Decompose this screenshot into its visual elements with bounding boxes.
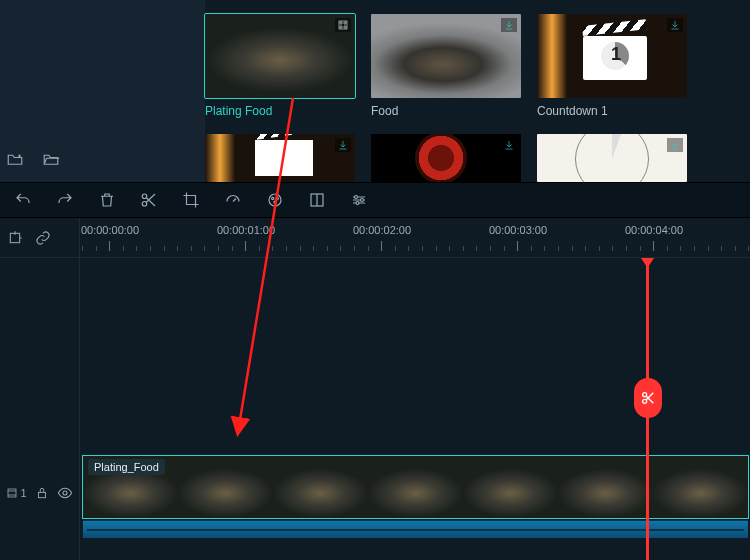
timeline-header: 00:00:00:00 00:00:01:00 00:00:02:00 00:0…: [0, 218, 750, 258]
color-icon[interactable]: [266, 191, 284, 209]
film-icon: [335, 18, 351, 32]
track-number: 1: [20, 487, 26, 499]
svg-rect-13: [38, 492, 45, 497]
lock-icon[interactable]: [35, 486, 49, 500]
folder-open-icon[interactable]: [42, 150, 60, 168]
clip-thumbnail[interactable]: [205, 134, 355, 182]
undo-icon[interactable]: [14, 191, 32, 209]
clip-thumbnail[interactable]: 1: [537, 14, 687, 98]
download-icon[interactable]: [667, 18, 683, 32]
library-clip-grid: Plating Food Food 1 Countdown 1: [205, 0, 750, 182]
download-icon[interactable]: [501, 18, 517, 32]
svg-point-4: [272, 197, 274, 199]
library-sidebar: [0, 0, 205, 182]
download-icon[interactable]: [335, 138, 351, 152]
speed-icon[interactable]: [224, 191, 242, 209]
clip-card[interactable]: [205, 134, 355, 182]
eye-icon[interactable]: [57, 485, 73, 501]
clip-thumbnail[interactable]: [205, 14, 355, 98]
svg-point-6: [274, 201, 276, 203]
clip-card[interactable]: [371, 134, 521, 182]
clip-card[interactable]: Food: [371, 14, 521, 118]
delete-icon[interactable]: [98, 191, 116, 209]
clip-thumbnail[interactable]: 2: [537, 134, 687, 182]
clip-card[interactable]: 2: [537, 134, 687, 182]
svg-rect-0: [339, 21, 347, 29]
clip-label: Food: [371, 104, 521, 118]
clip-thumbnail[interactable]: [371, 134, 521, 182]
svg-rect-12: [8, 489, 16, 497]
ruler-label: 00:00:02:00: [353, 224, 411, 236]
svg-point-3: [269, 194, 281, 206]
svg-point-10: [356, 202, 359, 205]
folder-add-icon[interactable]: [6, 150, 24, 168]
settings-icon[interactable]: [350, 191, 368, 209]
svg-point-14: [63, 491, 67, 495]
ruler-label: 00:00:03:00: [489, 224, 547, 236]
scissors-icon[interactable]: [140, 191, 158, 209]
media-library-panel: Plating Food Food 1 Countdown 1: [0, 0, 750, 182]
svg-point-8: [355, 196, 358, 199]
svg-point-9: [361, 199, 364, 202]
timeline-panel: 00:00:00:00 00:00:01:00 00:00:02:00 00:0…: [0, 218, 750, 560]
download-icon[interactable]: [501, 138, 517, 152]
track-headers: 1: [0, 258, 80, 560]
green-screen-icon[interactable]: [308, 191, 326, 209]
clip-card[interactable]: Plating Food: [205, 14, 355, 118]
link-icon[interactable]: [34, 229, 52, 247]
timeline-toolbar: [0, 182, 750, 218]
svg-point-2: [142, 202, 147, 207]
clip-thumbnail[interactable]: [371, 14, 521, 98]
marker-icon[interactable]: [6, 229, 24, 247]
clip-label: Plating Food: [205, 104, 355, 118]
timeline-header-controls: [0, 218, 80, 257]
tracks-area: 1 Plating_Food: [0, 258, 750, 560]
time-ruler[interactable]: 00:00:00:00 00:00:01:00 00:00:02:00 00:0…: [80, 218, 750, 257]
svg-point-5: [276, 197, 278, 199]
countdown-number: 2: [593, 138, 610, 172]
track-header[interactable]: 1: [0, 456, 79, 530]
cut-button[interactable]: [634, 378, 662, 418]
download-icon[interactable]: [667, 138, 683, 152]
clip-card[interactable]: 1 Countdown 1: [537, 14, 687, 118]
countdown-number: 1: [611, 44, 621, 65]
svg-point-1: [142, 194, 147, 199]
crop-icon[interactable]: [182, 191, 200, 209]
redo-icon[interactable]: [56, 191, 74, 209]
clip-name-label: Plating_Food: [88, 459, 165, 475]
ruler-label: 00:00:01:00: [217, 224, 275, 236]
svg-rect-11: [10, 233, 19, 242]
clip-label: Countdown 1: [537, 104, 687, 118]
ruler-label: 00:00:04:00: [625, 224, 683, 236]
ruler-label: 00:00:00:00: [81, 224, 139, 236]
